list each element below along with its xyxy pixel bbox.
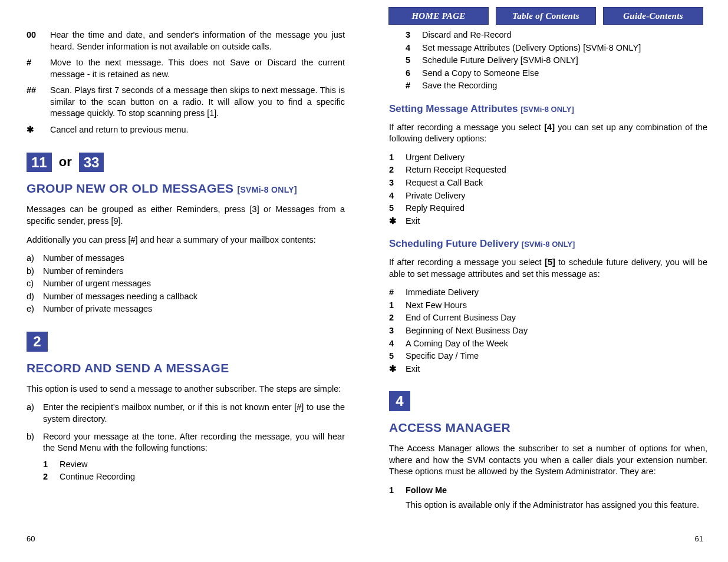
list-text: Number of reminders <box>43 266 345 277</box>
home-page-button[interactable]: HOME PAGE <box>388 7 489 25</box>
list-item: 3Request a Call Back <box>389 177 707 189</box>
list-text: Urgent Delivery <box>406 152 707 164</box>
list-text: Exit <box>406 363 707 375</box>
heading-setting-attrs: Setting Message Attributes [SVMi-8 ONLY] <box>389 103 707 116</box>
list-item: 5Reply Required <box>389 203 707 214</box>
list-text: Request a Call Back <box>406 177 707 189</box>
list-item: 1Urgent Delivery <box>389 152 707 164</box>
number-box-2: 2 <box>27 332 48 352</box>
list-item: 3Beginning of Next Business Day <box>389 325 707 337</box>
list-marker: b) <box>27 266 43 277</box>
list-text: Schedule Future Delivery [SVMi-8 ONLY] <box>422 55 707 67</box>
list-item: 5Specific Day / Time <box>389 351 707 362</box>
list-marker: e) <box>27 303 43 315</box>
list-marker: 5 <box>389 203 406 214</box>
key-desc: Hear the time and date, and sender's inf… <box>50 29 345 52</box>
list-item: a)Enter the recipient's mailbox number, … <box>27 402 345 425</box>
list-text: Continue Recording <box>60 471 345 483</box>
list-item: 2Return Receipt Requested <box>389 164 707 176</box>
list-text: End of Current Business Day <box>406 312 707 324</box>
text-bold: [5] <box>545 257 555 267</box>
list-text: Exit <box>406 216 707 227</box>
list-item: 4Private Delivery <box>389 190 707 202</box>
follow-me-item: 1 Follow Me <box>389 485 707 497</box>
list-marker: 2 <box>389 312 406 324</box>
list-marker: 4 <box>389 338 406 350</box>
list-marker: 2 <box>389 164 406 176</box>
list-text: Number of urgent messages <box>43 278 345 290</box>
list-item: c)Number of urgent messages <box>27 278 345 290</box>
list-item: b)Record your message at the tone. After… <box>27 431 345 454</box>
list-text: Number of private messages <box>43 303 345 315</box>
body-text: If after recording a message you select … <box>389 122 707 145</box>
list-item: 1Next Few Hours <box>389 300 707 312</box>
list-marker: a) <box>27 402 43 425</box>
list-marker: a) <box>27 253 43 265</box>
list-marker: 1 <box>389 300 406 312</box>
key-desc: Cancel and return to previous menu. <box>50 124 345 136</box>
list-item: #Immediate Delivery <box>389 287 707 299</box>
or-text: or <box>59 153 72 171</box>
key-row: # Move to the next message. This does no… <box>27 57 345 80</box>
list-marker: 3 <box>389 325 406 337</box>
body-text: Messages can be grouped as either Remind… <box>27 204 345 227</box>
list-marker: 2 <box>43 471 60 483</box>
list-item: 2End of Current Business Day <box>389 312 707 324</box>
list-marker: 3 <box>406 29 422 41</box>
list-item: d)Number of messages needing a callback <box>27 291 345 303</box>
heading-qualifier: [SVMi-8 ONLY] <box>521 105 574 114</box>
list-title: Follow Me <box>406 485 707 497</box>
key-code: # <box>27 57 50 80</box>
body-text: This option is available only if the Adm… <box>406 500 707 511</box>
heading-access-manager: ACCESS MANAGER <box>389 419 707 436</box>
heading-group-messages: GROUP NEW OR OLD MESSAGES [SVMi-8 ONLY] <box>27 180 345 197</box>
page-left: 00 Hear the time and date, and sender's … <box>27 29 345 484</box>
heading-main: GROUP NEW OR OLD MESSAGES <box>27 181 233 195</box>
list-marker: 6 <box>406 68 422 80</box>
table-of-contents-button[interactable]: Table of Contents <box>496 7 596 25</box>
key-row: 00 Hear the time and date, and sender's … <box>27 29 345 52</box>
page-right: 3Discard and Re-Record 4Set message Attr… <box>389 29 707 518</box>
heading-scheduling: Scheduling Future Delivery [SVMi-8 ONLY] <box>389 237 707 251</box>
list-item: ✱Exit <box>389 363 707 375</box>
section-number-row: 4 <box>389 391 707 411</box>
list-text: Enter the recipient's mailbox number, or… <box>43 402 345 425</box>
list-text: Record your message at the tone. After r… <box>43 431 345 454</box>
list-item: b)Number of reminders <box>27 266 345 277</box>
text-bold: [4] <box>544 123 555 132</box>
list-text: Beginning of Next Business Day <box>406 325 707 337</box>
list-item: e)Number of private messages <box>27 303 345 315</box>
list-marker: 1 <box>43 459 60 471</box>
list-text: Discard and Re-Record <box>422 29 707 41</box>
list-marker: 5 <box>389 351 406 362</box>
number-box-11: 11 <box>27 153 52 173</box>
list-item: 1Review <box>43 459 345 471</box>
heading-record-send: RECORD AND SEND A MESSAGE <box>27 360 345 376</box>
key-code: 00 <box>27 29 50 52</box>
follow-me-desc: This option is available only if the Adm… <box>389 500 707 511</box>
key-code: ## <box>27 85 50 120</box>
nav-bar: HOME PAGE Table of Contents Guide-Conten… <box>388 7 703 25</box>
list-marker: 1 <box>389 485 406 497</box>
list-text: Return Receipt Requested <box>406 164 707 176</box>
list-marker: # <box>406 80 422 92</box>
list-item: 4A Coming Day of the Week <box>389 338 707 350</box>
key-desc: Scan. Plays first 7 seconds of a message… <box>50 85 345 120</box>
list-item: 2Continue Recording <box>43 471 345 483</box>
page-number-left: 60 <box>27 534 35 544</box>
list-item: 5Schedule Future Delivery [SVMi-8 ONLY] <box>406 55 707 67</box>
list-text: Next Few Hours <box>406 300 707 312</box>
list-text: Save the Recording <box>422 80 707 92</box>
list-text: Reply Required <box>406 203 707 214</box>
text-part: If after recording a message you select <box>389 123 544 132</box>
heading-qualifier: [SVMi-8 ONLY] <box>522 240 575 249</box>
guide-contents-button[interactable]: Guide-Contents <box>603 7 703 25</box>
list-marker: 4 <box>389 190 406 202</box>
heading-qualifier: [SVMi-8 ONLY] <box>237 185 297 194</box>
body-text: The Access Manager allows the subscriber… <box>389 443 707 478</box>
list-text: Review <box>60 459 345 471</box>
list-marker: b) <box>27 431 43 454</box>
list-marker: # <box>389 287 406 299</box>
list-text: Number of messages needing a callback <box>43 291 345 303</box>
list-marker: 1 <box>389 152 406 164</box>
